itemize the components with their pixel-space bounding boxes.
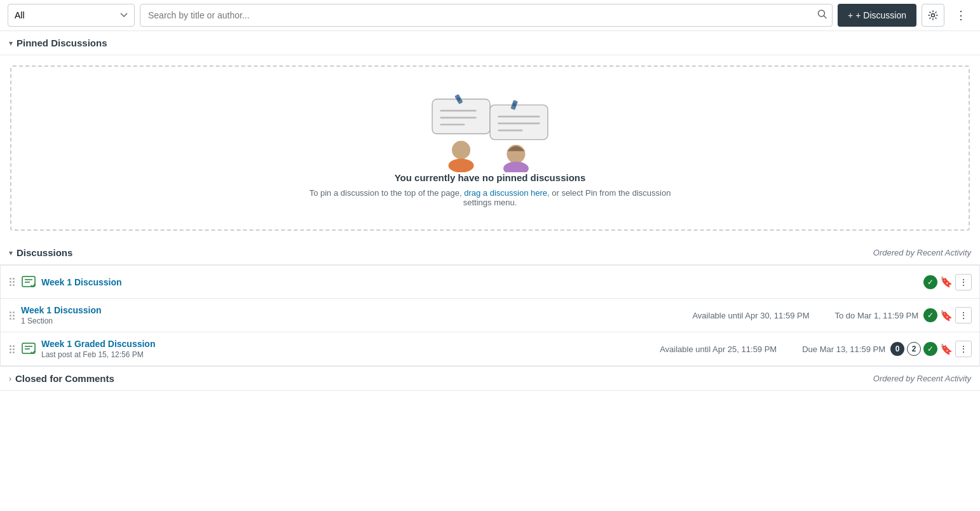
- discussion-sub: 1 Section: [21, 317, 687, 325]
- filter-select[interactable]: All Unread Ungraded Graded: [8, 4, 135, 27]
- settings-button[interactable]: [922, 4, 944, 27]
- closed-section-title: Closed for Comments: [15, 373, 114, 384]
- arrow-indicator: + + Discussion: [838, 4, 916, 27]
- discussion-actions: ✓ 🔖 ⋮: [923, 307, 972, 324]
- discussion-sub: Last post at Feb 15, 12:56 PM: [41, 350, 655, 359]
- row-more-button[interactable]: ⋮: [955, 341, 972, 357]
- green-check-icon: ✓: [923, 342, 937, 356]
- search-button[interactable]: [817, 10, 827, 22]
- svg-point-18: [512, 103, 515, 106]
- green-check-icon: ✓: [923, 308, 937, 322]
- table-row: Week 1 Discussion ✓ 🔖 ⋮: [1, 266, 979, 299]
- discussion-title-link[interactable]: Week 1 Discussion: [21, 305, 102, 315]
- svg-rect-21: [22, 276, 35, 287]
- search-input[interactable]: [140, 4, 833, 27]
- unread-count-badge: 0: [890, 342, 904, 356]
- svg-point-20: [503, 161, 529, 172]
- pinned-illustration: [426, 90, 554, 172]
- svg-rect-13: [490, 105, 548, 140]
- svg-line-1: [824, 16, 827, 18]
- add-discussion-label: + Discussion: [855, 10, 906, 20]
- top-bar: All Unread Ungraded Graded + + Discussio…: [0, 0, 980, 31]
- discussion-actions: 0 2 ✓ 🔖 ⋮: [890, 341, 972, 357]
- pinned-section-title: Pinned Discussions: [17, 37, 107, 48]
- bookmark-icon: 🔖: [940, 276, 953, 288]
- more-options-button[interactable]: ⋮: [949, 4, 972, 27]
- svg-point-12: [449, 158, 474, 172]
- discussion-meta: Available until Apr 30, 11:59 PM To do M…: [692, 311, 918, 320]
- svg-rect-5: [432, 99, 490, 134]
- plus-icon: +: [848, 10, 853, 20]
- due-label: Due Mar 13, 11:59 PM: [802, 344, 885, 354]
- discussion-title-link[interactable]: Week 1 Graded Discussion: [41, 339, 155, 349]
- svg-point-11: [452, 140, 470, 159]
- reply-count-badge: 2: [907, 342, 921, 356]
- pinned-empty-title: You currently have no pinned discussions: [395, 172, 586, 183]
- table-row: Week 1 Discussion 1 Section Available un…: [1, 299, 979, 332]
- available-until-label: Available until Apr 25, 11:59 PM: [660, 344, 777, 354]
- green-check-icon: ✓: [923, 275, 937, 289]
- search-wrapper: [140, 4, 833, 27]
- bookmark-icon: 🔖: [940, 343, 953, 355]
- svg-rect-24: [22, 343, 35, 353]
- discussions-section-title: Discussions: [17, 247, 72, 258]
- discussions-section: ▾ Discussions Ordered by Recent Activity…: [0, 241, 980, 366]
- pinned-empty-desc: To pin a discussion to the top of the pa…: [299, 188, 681, 207]
- discussion-content: Week 1 Discussion: [41, 277, 913, 287]
- discussion-actions: ✓ 🔖 ⋮: [923, 274, 972, 290]
- discussion-graded-icon: [21, 275, 36, 290]
- discussion-content: Week 1 Graded Discussion Last post at Fe…: [41, 339, 655, 359]
- drag-handle[interactable]: [8, 344, 16, 355]
- discussions-chevron-icon: ▾: [9, 249, 13, 257]
- pinned-drop-area: You currently have no pinned discussions…: [10, 65, 970, 231]
- discussions-section-header[interactable]: ▾ Discussions Ordered by Recent Activity: [0, 241, 980, 265]
- available-until-label: Available until Apr 30, 11:59 PM: [692, 311, 809, 320]
- closed-section: › Closed for Comments Ordered by Recent …: [0, 366, 980, 391]
- pinned-section: ▾ Pinned Discussions: [0, 31, 980, 231]
- discussion-title-link[interactable]: Week 1 Discussion: [41, 277, 122, 287]
- row-more-button[interactable]: ⋮: [955, 307, 972, 324]
- table-row: Week 1 Graded Discussion Last post at Fe…: [1, 332, 979, 365]
- svg-point-10: [457, 97, 460, 100]
- pinned-section-header[interactable]: ▾ Pinned Discussions: [0, 31, 980, 55]
- row-more-button[interactable]: ⋮: [955, 274, 972, 290]
- discussions-list: Week 1 Discussion ✓ 🔖 ⋮ Week 1 Discussio…: [0, 265, 980, 366]
- discussion-graded-icon: [21, 341, 36, 357]
- pinned-chevron-icon: ▾: [9, 39, 13, 48]
- drag-handle[interactable]: [8, 276, 16, 287]
- discussions-order-label: Ordered by Recent Activity: [873, 248, 971, 257]
- closed-order-label: Ordered by Recent Activity: [873, 374, 971, 383]
- bookmark-icon: 🔖: [940, 310, 953, 322]
- drag-handle[interactable]: [8, 310, 16, 321]
- drag-here-link[interactable]: drag a discussion here: [464, 188, 547, 198]
- discussion-meta: Available until Apr 25, 11:59 PM Due Mar…: [660, 344, 885, 354]
- discussion-content: Week 1 Discussion 1 Section: [21, 305, 687, 325]
- closed-chevron-icon: ›: [9, 374, 11, 383]
- svg-point-4: [932, 14, 935, 17]
- closed-section-header[interactable]: › Closed for Comments Ordered by Recent …: [0, 367, 980, 391]
- todo-label: To do Mar 1, 11:59 PM: [834, 311, 918, 320]
- add-discussion-button[interactable]: + + Discussion: [838, 4, 916, 27]
